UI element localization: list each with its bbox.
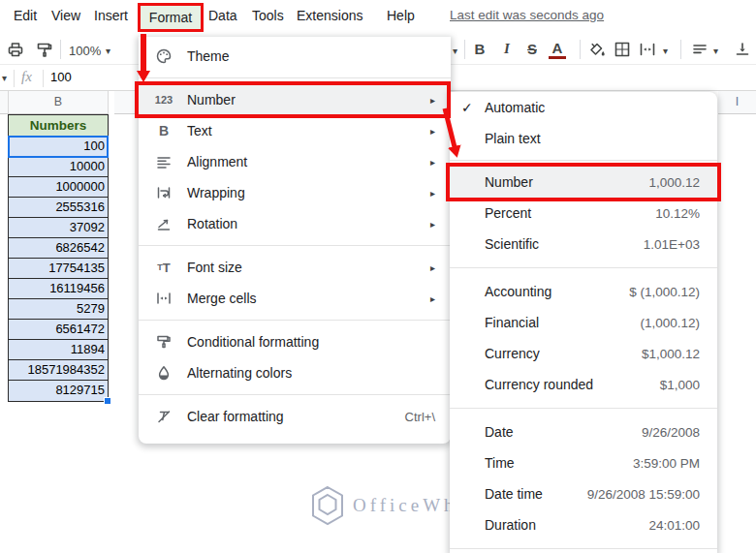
format-menu-clear-formatting[interactable]: Clear formatting Ctrl+\: [139, 401, 451, 432]
submenu-duration[interactable]: Duration 24:01:00: [450, 509, 717, 540]
format-example: $ (1,000.12): [629, 285, 700, 299]
zoom-select[interactable]: 100%: [69, 44, 101, 58]
menu-insert[interactable]: Insert: [94, 8, 128, 23]
format-menu-merge-cells[interactable]: Merge cells ▸: [139, 283, 451, 314]
italic-button[interactable]: I: [498, 41, 516, 57]
divider: [14, 70, 15, 87]
format-menu-conditional-formatting[interactable]: Conditional formatting: [139, 326, 451, 357]
column-header-b[interactable]: B: [8, 91, 109, 114]
submenu-currency[interactable]: Currency $1,000.12: [450, 338, 717, 369]
submenu-arrow-icon: ▸: [430, 262, 435, 273]
cell[interactable]: 5279: [9, 299, 108, 320]
print-icon[interactable]: [6, 40, 25, 59]
submenu-plain-text[interactable]: Plain text: [450, 123, 717, 154]
divider: [450, 160, 717, 161]
merge-dropdown-icon[interactable]: ▾: [663, 46, 668, 56]
cell[interactable]: 8129715: [9, 381, 108, 401]
selection-fill-handle[interactable]: [104, 397, 111, 405]
menu-data[interactable]: Data: [208, 8, 237, 23]
format-example: $1,000.12: [642, 347, 700, 361]
text-rotation-icon: [152, 215, 175, 232]
font-size-dropdown-icon[interactable]: ▾: [453, 46, 457, 56]
numbers-header-cell[interactable]: Numbers: [9, 115, 108, 137]
divider: [580, 40, 581, 59]
divider: [139, 394, 451, 395]
menu-format[interactable]: Format: [149, 10, 192, 25]
submenu-date[interactable]: Date 9/26/2008: [450, 416, 717, 447]
menu-extensions[interactable]: Extensions: [297, 8, 362, 23]
submenu-date-time[interactable]: Date time 9/26/2008 15:59:00: [450, 478, 717, 509]
format-menu-theme[interactable]: Theme: [139, 41, 451, 72]
cell[interactable]: 6826542: [9, 238, 108, 259]
submenu-item-label: Automatic: [485, 100, 545, 115]
format-example: $1,000: [660, 378, 700, 392]
submenu-automatic[interactable]: ✓ Automatic: [450, 92, 717, 123]
merge-cells-icon: [152, 290, 175, 307]
format-menu-alternating-colors[interactable]: Alternating colors: [139, 357, 451, 388]
format-menu-number[interactable]: 123 Number ▸: [139, 84, 451, 115]
menu-item-label: Rotation: [187, 216, 430, 231]
format-menu-alignment[interactable]: Alignment ▸: [139, 146, 451, 177]
divider: [43, 70, 44, 87]
cell[interactable]: 1000000: [9, 177, 108, 198]
format-menu-font-size[interactable]: TT Font size ▸: [139, 252, 451, 283]
horizontal-align-icon[interactable]: [690, 40, 709, 59]
align-dropdown-icon[interactable]: ▾: [713, 46, 718, 56]
fill-color-icon[interactable]: [587, 40, 607, 59]
vertical-align-icon[interactable]: [733, 40, 752, 59]
format-menu-text[interactable]: B Text ▸: [139, 115, 451, 146]
zoom-dropdown-icon[interactable]: ▾: [106, 46, 110, 56]
bold-button[interactable]: B: [471, 41, 488, 57]
submenu-scientific[interactable]: Scientific 1.01E+03: [450, 229, 717, 260]
cell[interactable]: 16119456: [9, 279, 108, 299]
submenu-time[interactable]: Time 3:59:00 PM: [450, 447, 717, 478]
format-example: 3:59:00 PM: [633, 456, 700, 471]
divider: [139, 77, 451, 78]
paint-roller-icon: [152, 333, 175, 351]
cell[interactable]: 11894: [9, 340, 108, 360]
format-menu-wrapping[interactable]: Wrapping ▸: [139, 177, 451, 208]
cell[interactable]: 37092: [9, 218, 108, 238]
submenu-arrow-icon: ▸: [430, 126, 435, 137]
cell-b2-selected[interactable]: 100: [9, 137, 108, 157]
menu-item-label: Font size: [187, 260, 430, 275]
divider: [450, 267, 717, 268]
menu-view[interactable]: View: [51, 8, 80, 23]
cell[interactable]: 17754135: [9, 259, 108, 279]
submenu-percent[interactable]: Percent 10.12%: [450, 198, 717, 229]
number-submenu: ✓ Automatic Plain text Number 1,000.12 P…: [450, 92, 717, 553]
menu-item-label: Theme: [187, 48, 435, 64]
formula-input[interactable]: 100: [50, 70, 72, 84]
format-example: 1,000.12: [648, 175, 700, 190]
format-example: 10.12%: [655, 206, 700, 221]
submenu-currency-rounded[interactable]: Currency rounded $1,000: [450, 369, 717, 400]
menu-item-label: Alternating colors: [187, 365, 435, 381]
submenu-financial[interactable]: Financial (1,000.12): [450, 307, 717, 338]
name-box-dropdown-icon[interactable]: ▾: [2, 73, 7, 83]
submenu-accounting[interactable]: Accounting $ (1,000.12): [450, 276, 717, 307]
merge-cells-icon[interactable]: [638, 40, 657, 59]
paint-format-icon[interactable]: [35, 40, 54, 59]
submenu-arrow-icon: ▸: [430, 157, 435, 168]
menu-edit[interactable]: Edit: [14, 8, 37, 23]
divider: [60, 40, 61, 59]
submenu-item-label: Accounting: [485, 284, 551, 299]
submenu-item-label: Scientific: [485, 236, 539, 252]
menu-tools[interactable]: Tools: [252, 8, 284, 23]
strikethrough-button[interactable]: S: [523, 41, 541, 57]
borders-icon[interactable]: [613, 40, 632, 59]
cell[interactable]: 10000: [9, 157, 108, 177]
last-edit-link[interactable]: Last edit was seconds ago: [450, 8, 604, 22]
text-color-button[interactable]: A: [549, 41, 566, 59]
menu-help[interactable]: Help: [387, 8, 415, 23]
cell[interactable]: 2555316: [9, 198, 108, 218]
submenu-arrow-icon: ▸: [430, 188, 435, 199]
cell[interactable]: 6561472: [9, 320, 108, 340]
column-header-i[interactable]: I: [718, 91, 756, 114]
shortcut-label: Ctrl+\: [405, 410, 435, 424]
divider: [139, 245, 451, 246]
submenu-number[interactable]: Number 1,000.12: [450, 167, 717, 198]
format-menu-rotation[interactable]: Rotation ▸: [139, 208, 451, 239]
submenu-item-label: Date time: [485, 486, 543, 502]
cell[interactable]: 18571984352: [9, 360, 108, 381]
